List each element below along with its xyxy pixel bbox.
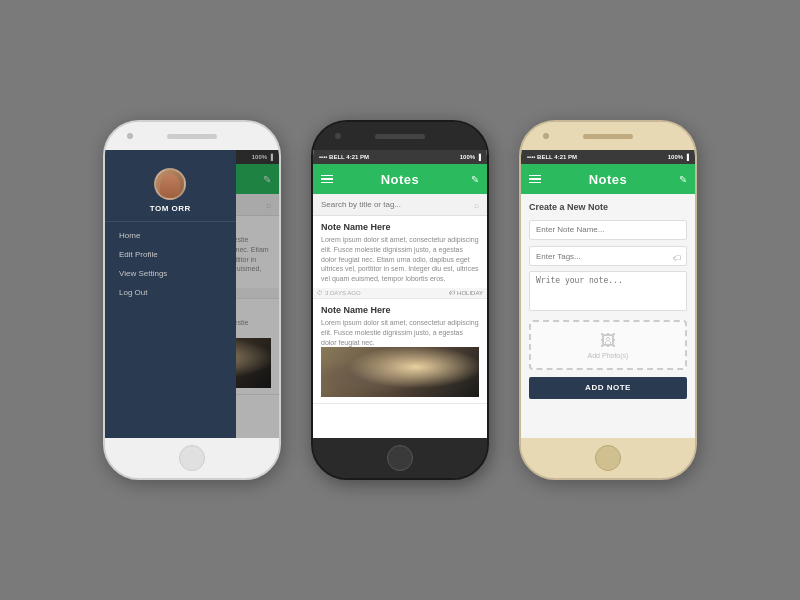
note-preview-2-2: Lorem ipsum dolor sit amet, consectetur … (321, 318, 479, 347)
tag-icon: 🏷 (673, 253, 681, 262)
phone-2-screen: •••• BELL 4:21 PM 100% ▐ Notes ✎ ⌕ Note … (313, 150, 487, 438)
photo-label: Add Photo(s) (588, 352, 629, 359)
user-name-1: TOM ORR (150, 204, 191, 213)
camera-dot-2 (335, 133, 341, 139)
phone-2: •••• BELL 4:21 PM 100% ▐ Notes ✎ ⌕ Note … (311, 120, 489, 480)
tags-wrap: 🏷 (529, 245, 687, 272)
phone-1-top (105, 122, 279, 150)
create-note-form: Create a New Note 🏷 🖼 Add Photo(s) ADD N… (521, 194, 695, 438)
note-preview-2-1: Lorem ipsum dolor sit amet, consectetur … (321, 235, 479, 284)
phone-1-bottom (105, 438, 279, 478)
tags-input[interactable] (529, 246, 687, 266)
phone-3-top (521, 122, 695, 150)
app-header-2: Notes ✎ (313, 164, 487, 194)
photo-add-area[interactable]: 🖼 Add Photo(s) (529, 320, 687, 370)
phone-3-bottom (521, 438, 695, 478)
camera-dot-3 (543, 133, 549, 139)
phone-2-top (313, 122, 487, 150)
status-left-2: •••• BELL 4:21 PM (319, 154, 369, 160)
status-right-2: 100% ▐ (460, 154, 481, 160)
sidebar-edit-profile[interactable]: Edit Profile (105, 245, 236, 264)
app-header-3: Notes ✎ (521, 164, 695, 194)
sidebar-view-settings[interactable]: View Settings (105, 264, 236, 283)
speaker-3 (583, 134, 633, 139)
sidebar-home[interactable]: Home (105, 226, 236, 245)
photo-icon: 🖼 (600, 332, 616, 350)
speaker-2 (375, 134, 425, 139)
note-item-2-1[interactable]: Note Name Here Lorem ipsum dolor sit ame… (313, 216, 487, 299)
avatar-area-1: TOM ORR (105, 160, 236, 222)
avatar-1 (154, 168, 186, 200)
sidebar-log-out[interactable]: Log Out (105, 283, 236, 302)
note-tag-2-1: 🏷 HOLIDAY (449, 290, 483, 296)
sidebar-overlay-1[interactable] (236, 150, 280, 438)
notes-list-2: Note Name Here Lorem ipsum dolor sit ame… (313, 216, 487, 438)
status-bar-2: •••• BELL 4:21 PM 100% ▐ (313, 150, 487, 164)
note-meta-2-1: ⏱ 3 DAYS AGO 🏷 HOLIDAY (313, 288, 487, 298)
form-title: Create a New Note (529, 202, 687, 212)
search-bar-2: ⌕ (313, 194, 487, 216)
phone-3: •••• BELL 4:21 PM 100% ▐ Notes ✎ Create … (519, 120, 697, 480)
speaker-1 (167, 134, 217, 139)
status-left-3: •••• BELL 4:21 PM (527, 154, 577, 160)
note-image-2 (321, 347, 479, 397)
status-bar-3: •••• BELL 4:21 PM 100% ▐ (521, 150, 695, 164)
note-title-2-1: Note Name Here (321, 222, 479, 232)
phone-2-bottom (313, 438, 487, 478)
phone-3-screen: •••• BELL 4:21 PM 100% ▐ Notes ✎ Create … (521, 150, 695, 438)
camera-dot-1 (127, 133, 133, 139)
search-input-2[interactable] (321, 200, 469, 209)
note-body-input[interactable] (529, 271, 687, 311)
hamburger-icon-3[interactable] (529, 175, 541, 184)
hamburger-icon-2[interactable] (321, 175, 333, 184)
header-title-3: Notes (589, 172, 628, 187)
sidebar-1: TOM ORR Home Edit Profile View Settings … (105, 150, 236, 438)
note-name-input[interactable] (529, 220, 687, 240)
search-icon-2: ⌕ (474, 200, 479, 210)
note-item-2-2[interactable]: Note Name Here Lorem ipsum dolor sit ame… (313, 299, 487, 404)
header-title-2: Notes (381, 172, 420, 187)
edit-icon-3[interactable]: ✎ (679, 174, 687, 185)
edit-icon-2[interactable]: ✎ (471, 174, 479, 185)
home-button-3[interactable] (595, 445, 621, 471)
note-date-2-1: ⏱ 3 DAYS AGO (317, 290, 361, 296)
status-right-3: 100% ▐ (668, 154, 689, 160)
home-button-1[interactable] (179, 445, 205, 471)
phone-1: •••• BELL 4:21 PM 100% 100% ▐ No ✎ ⌕ Not… (103, 120, 281, 480)
create-note-screen: Create a New Note 🏷 🖼 Add Photo(s) ADD N… (521, 194, 695, 438)
add-note-button[interactable]: ADD NOTE (529, 377, 687, 399)
note-title-2-2: Note Name Here (321, 305, 479, 315)
phone-1-screen: •••• BELL 4:21 PM 100% 100% ▐ No ✎ ⌕ Not… (105, 150, 279, 438)
home-button-2[interactable] (387, 445, 413, 471)
